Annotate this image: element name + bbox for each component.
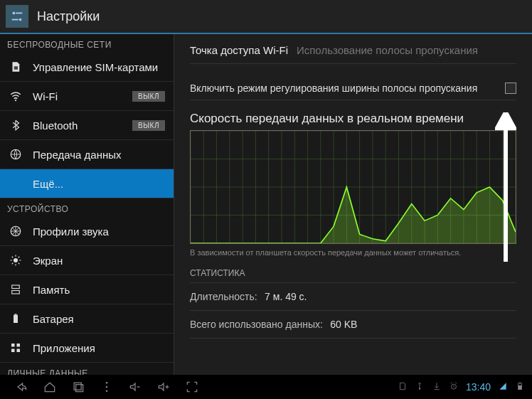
battery-icon	[515, 381, 525, 393]
sidebar-item-label: Приложения	[33, 342, 165, 354]
apps-icon	[9, 341, 23, 355]
sidebar-item-data[interactable]: Передача данных	[0, 140, 174, 169]
alarm-icon	[449, 381, 459, 393]
sidebar-item-battery[interactable]: Батарея	[0, 304, 174, 334]
sidebar-item-label: Профили звука	[33, 225, 165, 238]
section-header: БЕСПРОВОДНЫЕ СЕТИ	[0, 34, 174, 53]
toggle-badge[interactable]: ВЫКЛ	[132, 91, 165, 102]
recent-button[interactable]	[64, 375, 92, 399]
svg-point-8	[14, 258, 18, 262]
tab[interactable]: Использование полосы пропускания	[297, 44, 478, 56]
stats-header: СТАТИСТИКА	[190, 264, 516, 283]
titlebar-title: Настройки	[37, 9, 100, 24]
display-icon	[9, 253, 23, 267]
bandwidth-checkbox[interactable]	[505, 83, 516, 94]
sidebar-item-bluetooth[interactable]: BluetoothВЫКЛ	[0, 111, 174, 140]
svg-rect-10	[12, 291, 20, 294]
body: БЕСПРОВОДНЫЕ СЕТИУправление SIM-картамиW…	[0, 34, 532, 375]
svg-rect-15	[11, 349, 15, 353]
svg-rect-11	[14, 315, 18, 323]
data-icon	[9, 147, 23, 161]
tab[interactable]: Точка доступа Wi-Fi	[190, 44, 288, 56]
tabs: Точка доступа Wi-FiИспользование полосы …	[190, 44, 516, 64]
clock-text: 13:40	[466, 381, 491, 393]
titlebar: Настройки	[0, 0, 532, 34]
stat-total-label: Всего использовано данных:	[190, 319, 323, 330]
bandwidth-toggle-label: Включить режим регулирования ширины поло…	[190, 83, 477, 94]
settings-icon	[6, 5, 28, 28]
section-header: УСТРОЙСТВО	[0, 198, 174, 217]
sidebar-item-label: Передача данных	[33, 149, 165, 161]
svg-rect-52	[76, 385, 83, 392]
svg-rect-13	[11, 344, 15, 347]
svg-point-55	[106, 390, 108, 393]
sidebar-item-label: Bluetooth	[33, 119, 132, 132]
stat-duration-row: Длительность: 7 м. 49 с.	[190, 283, 516, 311]
svg-rect-63	[518, 385, 522, 389]
sound-icon	[9, 224, 23, 238]
toggle-badge[interactable]: ВЫКЛ	[132, 120, 165, 131]
sidebar-item-display[interactable]: Экран	[0, 246, 174, 275]
usb-icon	[415, 381, 425, 393]
stat-duration-label: Длительность:	[190, 291, 257, 302]
svg-point-54	[106, 386, 108, 388]
realtime-chart	[190, 130, 516, 244]
svg-rect-14	[17, 344, 21, 347]
sidebar-item-label: Экран	[33, 255, 165, 267]
svg-point-0	[13, 12, 16, 15]
sidebar-item-wifi[interactable]: Wi-FiВЫКЛ	[0, 82, 174, 111]
back-button[interactable]	[7, 375, 36, 399]
svg-point-2	[19, 18, 22, 21]
battery-icon	[9, 312, 23, 326]
status-tray[interactable]: 13:40	[398, 381, 525, 393]
sidebar-item-label: Батарея	[33, 313, 165, 325]
storage-icon	[9, 282, 23, 297]
content-pane: Точка доступа Wi-FiИспользование полосы …	[174, 34, 532, 375]
sidebar-item-label: Управление SIM-картами	[33, 61, 165, 73]
svg-rect-64	[519, 382, 521, 383]
sidebar-item-label: Память	[33, 284, 165, 296]
sidebar-item-apps[interactable]: Приложения	[0, 334, 174, 363]
download-icon	[432, 381, 442, 393]
section-header: ЛИЧНЫЕ ДАННЫЕ	[0, 363, 174, 375]
menu-dots-icon[interactable]	[92, 375, 121, 399]
system-navbar: 13:40	[0, 375, 532, 399]
stat-total-row: Всего использовано данных: 60 KB	[190, 311, 516, 339]
sidebar-item-label: Ещё...	[33, 178, 165, 190]
svg-rect-4	[14, 66, 18, 70]
chart-note: В зависимости от планшета скорость перед…	[190, 248, 516, 257]
svg-point-53	[106, 382, 108, 384]
sidebar-item-storage[interactable]: Память	[0, 275, 174, 304]
svg-rect-12	[15, 314, 17, 315]
sidebar-item-more[interactable]: Ещё...	[0, 169, 174, 198]
sdcard-icon	[398, 381, 408, 393]
sidebar-item-label: Wi-Fi	[33, 90, 132, 102]
screenshot-button[interactable]	[178, 375, 206, 399]
stat-duration-value: 7 м. 49 с.	[265, 291, 307, 302]
svg-rect-51	[74, 383, 81, 390]
more-icon	[9, 176, 23, 191]
svg-rect-1	[16, 13, 22, 14]
bandwidth-toggle-row[interactable]: Включить режим регулирования ширины поло…	[190, 77, 516, 100]
signal-icon	[498, 381, 508, 393]
home-button[interactable]	[36, 375, 64, 399]
sim-icon	[9, 60, 23, 74]
wifi-icon	[9, 89, 23, 103]
volume-down-button[interactable]	[121, 375, 149, 399]
bluetooth-icon	[9, 118, 23, 132]
sidebar: БЕСПРОВОДНЫЕ СЕТИУправление SIM-картамиW…	[0, 34, 174, 375]
settings-screen: Настройки БЕСПРОВОДНЫЕ СЕТИУправление SI…	[0, 0, 532, 375]
svg-rect-16	[17, 349, 21, 353]
chart-title: Скорость передачи данных в реальном врем…	[190, 112, 516, 126]
volume-up-button[interactable]	[149, 375, 178, 399]
stat-total-value: 60 KB	[330, 319, 357, 330]
sidebar-item-sound[interactable]: Профили звука	[0, 217, 174, 246]
svg-point-59	[419, 388, 420, 389]
svg-rect-3	[12, 19, 18, 21]
sidebar-item-sim[interactable]: Управление SIM-картами	[0, 53, 174, 82]
svg-point-5	[15, 100, 16, 101]
svg-rect-9	[12, 285, 20, 289]
